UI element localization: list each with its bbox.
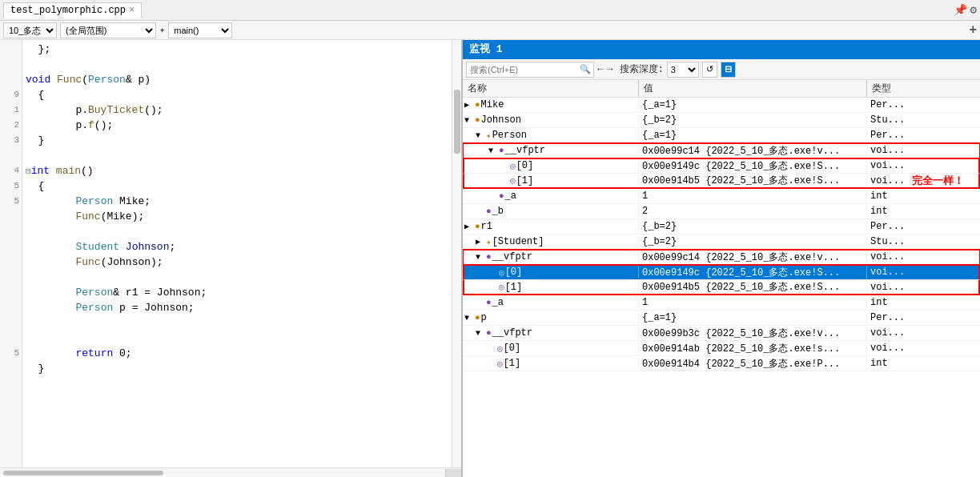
line-number: 4 <box>0 163 22 178</box>
field-icon: ● <box>486 298 492 307</box>
watch-row-r1-vfptr-1[interactable]: ◎ [1] 0x00e914b5 {2022_5_10_多态.exe!S... … <box>463 280 980 295</box>
watch-table[interactable]: 名称 值 类型 ▶ ● Mike {_a=1} Per... <box>463 80 980 477</box>
code-scrollbar[interactable] <box>452 40 461 467</box>
line-number: 5 <box>0 194 22 209</box>
cell-type-r1v1: voi... <box>867 282 978 293</box>
watch-row-j-b[interactable]: ● _b 2 int <box>463 204 980 219</box>
settings-icon[interactable]: ⚙ <box>970 3 977 17</box>
code-line: void Func(Person& p) <box>26 72 448 87</box>
line-number <box>0 224 22 239</box>
code-scroll-thumb[interactable] <box>454 90 460 154</box>
col-value: 值 <box>639 80 867 97</box>
expand-arrow[interactable]: ▼ <box>464 116 474 125</box>
search-box[interactable]: 🔍 <box>466 62 594 78</box>
cell-name-pv: ▼ ● __vfptr <box>463 327 639 339</box>
cell-value-r1v0: 0x00e9149c {2022_5_10_多态.exe!S... <box>639 266 867 279</box>
ptr-icon: ◎ <box>497 343 503 354</box>
cell-type-pv0: voi... <box>867 343 980 354</box>
expand-arrow[interactable]: ▼ <box>464 314 474 323</box>
line-number: 5 <box>0 178 22 194</box>
code-line: Person Mike; <box>26 194 448 209</box>
watch-toolbar: 🔍 ← → 搜索深度: 3 ↺ ⊟ <box>463 59 980 80</box>
ptr-icon: ● <box>486 328 492 338</box>
line-number: 3 <box>0 133 22 148</box>
global-scope-dropdown[interactable]: (全局范围) <box>60 22 156 38</box>
cell-value-jpv0: 0x00e9149c {2022_5_10_多态.exe!S... <box>639 159 867 173</box>
obj-icon: ✦ <box>486 237 492 247</box>
code-line: p.BuyTicket(); <box>26 102 448 118</box>
watch-row-p-vfptr-0[interactable]: ◎ [0] 0x00e914ab {2022_5_10_多态.exe!s... … <box>463 341 980 356</box>
tab-bar: test_polymorphic.cpp × 📌 ⚙ <box>0 0 980 21</box>
nav-back-icon[interactable]: ← <box>597 63 604 75</box>
name-label: _a <box>492 297 504 308</box>
watch-row-johnson-person[interactable]: ▼ ✦ Person {_a=1} Per... <box>463 128 980 143</box>
scope-dropdown[interactable]: 10_多态 <box>3 22 57 38</box>
cell-name-p: ▼ ● p <box>463 312 639 323</box>
collapse-button[interactable]: ⊟ <box>721 62 736 78</box>
line-number <box>0 239 22 255</box>
depth-select[interactable]: 3 <box>667 62 699 78</box>
obj-icon: ● <box>475 222 480 231</box>
code-line: { <box>26 178 448 194</box>
line-number <box>0 72 22 87</box>
search-input[interactable] <box>467 65 577 74</box>
watch-row-jp-vfptr-1[interactable]: ◎ [1] 0x00e914b5 {2022_5_10_多态.exe!S... … <box>463 174 980 189</box>
cell-name-pv0: ◎ [0] <box>463 343 639 354</box>
nav-forward-icon[interactable]: → <box>607 63 613 75</box>
name-label: [1] <box>516 175 534 186</box>
refresh-button[interactable]: ↺ <box>702 62 717 78</box>
expand-arrow[interactable]: ▶ <box>476 237 485 247</box>
watch-row-jp-vfptr-0[interactable]: ◎ [0] 0x00e9149c {2022_5_10_多态.exe!S... … <box>463 158 980 174</box>
expand-arrow[interactable]: ▼ <box>476 131 485 140</box>
expand-arrow[interactable]: ▼ <box>488 146 498 155</box>
add-watch-button[interactable]: + <box>969 23 977 38</box>
watch-row-jp-vfptr[interactable]: ▼ ● __vfptr 0x00e99c14 {2022_5_10_多态.exe… <box>463 143 980 158</box>
watch-row-jp-a[interactable]: ● _a 1 int <box>463 189 980 204</box>
name-label: __vfptr <box>492 327 532 339</box>
line-number <box>0 285 22 300</box>
watch-row-r1-vfptr-0[interactable]: ◎ [0] 0x00e9149c {2022_5_10_多态.exe!S... … <box>463 265 980 280</box>
code-line: Func(Johnson); <box>26 255 448 270</box>
cell-name-r1a: ● _a <box>463 297 639 308</box>
obj-icon: ● <box>475 100 480 110</box>
watch-row-r1-a[interactable]: ● _a 1 int <box>463 295 980 311</box>
cell-value-pv0: 0x00e914ab {2022_5_10_多态.exe!s... <box>639 342 867 355</box>
watch-row-p-vfptr[interactable]: ▼ ● __vfptr 0x00e99b3c {2022_5_10_多态.exe… <box>463 326 980 341</box>
cell-type-r1v: voi... <box>867 251 980 263</box>
code-hscroll-thumb[interactable] <box>3 471 163 475</box>
line-number <box>0 270 22 285</box>
watch-row-johnson[interactable]: ▼ ● Johnson {_b=2} Stu... <box>463 113 980 128</box>
col-name: 名称 <box>463 80 639 97</box>
watch-row-mike[interactable]: ▶ ● Mike {_a=1} Per... <box>463 98 980 113</box>
tab-close-button[interactable]: × <box>129 5 135 16</box>
tab-filename: test_polymorphic.cpp <box>10 5 126 16</box>
expand-arrow[interactable]: ▶ <box>464 222 474 231</box>
line-number: 9 <box>0 87 22 102</box>
code-hscrollbar[interactable] <box>0 467 461 477</box>
cell-name-pv1: ◎ [1] <box>463 358 639 369</box>
expand-arrow[interactable]: ▶ <box>464 100 474 110</box>
watch-row-r1[interactable]: ▶ ● r1 {_b=2} Per... <box>463 219 980 234</box>
function-dropdown[interactable]: main() <box>168 22 232 38</box>
cell-value-pv1: 0x00e914b4 {2022_5_10_多态.exe!P... <box>639 357 867 371</box>
name-label: [1] <box>504 358 521 369</box>
cell-name-jpv0: ◎ [0] <box>464 160 639 171</box>
cell-type-r1: Per... <box>867 221 980 232</box>
watch-row-p[interactable]: ▼ ● p {_a=1} Per... <box>463 311 980 326</box>
file-tab[interactable]: test_polymorphic.cpp × <box>3 2 142 18</box>
name-label: __vfptr <box>505 145 545 156</box>
line-number <box>0 361 22 376</box>
watch-row-p-vfptr-1[interactable]: ◎ [1] 0x00e914b4 {2022_5_10_多态.exe!P... … <box>463 356 980 371</box>
watch-row-r1-vfptr[interactable]: ▼ ● __vfptr 0x00e99c14 {2022_5_10_多态.exe… <box>463 250 980 265</box>
cell-type-jpv0: voi... <box>867 160 978 171</box>
expand-arrow[interactable]: ▼ <box>476 253 485 262</box>
cell-name-r1v1: ◎ [1] <box>464 282 639 293</box>
expand-arrow[interactable]: ▼ <box>476 329 485 338</box>
code-line: ⊟int main() <box>26 163 448 178</box>
name-label: Person <box>492 130 527 141</box>
obj-icon: ● <box>475 115 480 125</box>
pin-icon[interactable]: 📌 <box>954 3 967 17</box>
cell-value-jpa: 1 <box>639 190 867 202</box>
watch-row-r1-student[interactable]: ▶ ✦ [Student] {_b=2} Stu... <box>463 234 980 250</box>
line-number <box>0 209 22 224</box>
